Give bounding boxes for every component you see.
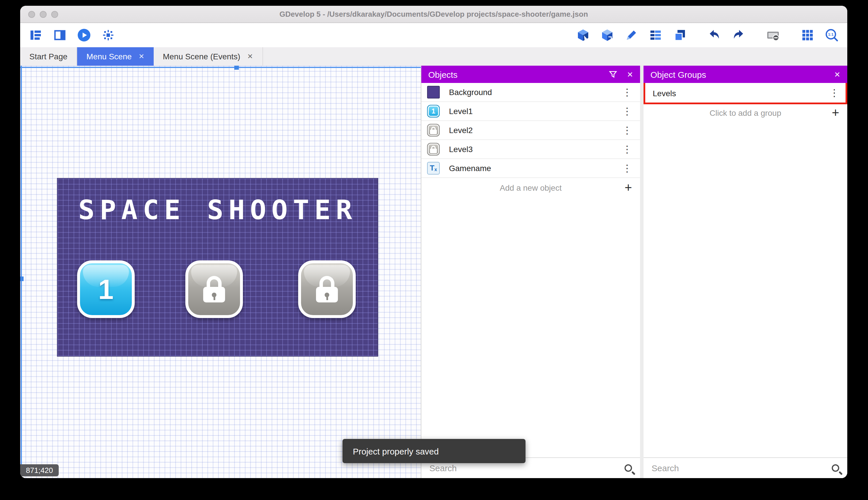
filter-icon[interactable] [608,70,618,79]
close-tab-icon[interactable] [139,53,144,60]
scene-boundary-handle[interactable] [234,66,239,70]
play-preview-icon[interactable] [77,28,92,43]
tab-menu-scene-events[interactable]: Menu Scene (Events) [154,47,263,66]
scene-boundary-left [21,66,22,478]
add-group-label: Click to add a group [709,108,781,117]
tab-menu-scene[interactable]: Menu Scene [77,47,153,66]
object-row-gamename[interactable]: Tx Gamename [421,159,640,178]
layers-icon[interactable] [672,28,687,43]
object-groups-panel: Object Groups Levels Click to add a grou… [644,66,847,478]
object-row-level2[interactable]: Level2 [421,121,640,140]
toolbar-left-group [28,28,116,43]
preview-window-icon[interactable] [52,28,67,43]
row-menu-icon[interactable] [828,87,840,99]
objects-panel-header: Objects [421,66,640,83]
tabbar: Start Page Menu Scene Menu Scene (Events… [20,47,847,66]
gamename-text-instance[interactable]: SPACE SHOOTER [58,196,378,224]
panel-divider [640,66,644,478]
row-menu-icon[interactable] [621,143,633,155]
traffic-lights [28,11,58,18]
row-menu-icon[interactable] [621,105,633,117]
maximize-window-button[interactable] [51,11,58,18]
objects-panel: Objects Background 1 [421,66,640,478]
search-icon [832,464,839,472]
cursor-coordinates-badge: 871;420 [20,464,59,476]
lock-object-icon [427,124,440,137]
edit-object-cube-icon[interactable] [600,28,615,43]
add-object-plus-icon[interactable] [624,181,632,194]
object-row-level3[interactable]: Level3 [421,140,640,159]
add-object-row[interactable]: Add a new object [421,178,640,197]
grid-icon[interactable] [800,28,815,43]
save-toast: Project properly saved [342,439,526,463]
add-group-plus-icon[interactable] [832,106,839,119]
row-menu-icon[interactable] [621,124,633,136]
level3-button-instance[interactable] [298,260,356,318]
objects-list: Background 1 Level1 L [421,83,640,457]
events-sheet-icon[interactable] [648,28,663,43]
tab-label: Menu Scene [86,52,131,61]
text-object-icon: Tx [427,162,440,174]
tab-label: Start Page [30,52,67,61]
background-object-icon [427,86,440,99]
objects-panel-title: Objects [428,69,608,79]
search-icon [624,464,632,472]
app-window: GDevelop 5 - /Users/dkarakay/Documents/G… [20,6,847,478]
svg-text:1:1: 1:1 [828,32,834,37]
object-label: Level3 [449,145,621,154]
group-row-levels[interactable]: Levels [644,83,847,103]
object-row-background[interactable]: Background [421,83,640,102]
undo-icon[interactable] [707,28,722,43]
level2-button-instance[interactable] [185,260,243,318]
level1-object-icon: 1 [427,105,440,117]
lock-icon [316,276,338,303]
toolbar-right-group: 1:1 [576,28,839,43]
scene-editor-canvas[interactable]: SPACE SHOOTER 1 [20,66,421,478]
project-manager-icon[interactable] [28,28,43,43]
object-label: Level2 [449,126,621,135]
scene-boundary-handle[interactable] [20,276,24,281]
object-groups-panel-title: Object Groups [650,69,834,79]
level1-button-instance[interactable]: 1 [77,260,135,318]
window-title: GDevelop 5 - /Users/dkarakay/Documents/G… [280,10,588,19]
object-label: Level1 [449,106,621,116]
pencil-edit-icon[interactable] [624,28,639,43]
object-row-level1[interactable]: 1 Level1 [421,102,640,121]
groups-search-row [644,457,847,478]
window-mask-icon[interactable] [765,28,781,43]
object-label: Gamename [449,163,621,173]
content-area: SPACE SHOOTER 1 [20,66,847,478]
lock-object-icon [427,143,440,156]
lock-icon [203,276,225,303]
object-groups-panel-header: Object Groups [644,66,847,83]
group-label: Levels [653,88,828,98]
titlebar: GDevelop 5 - /Users/dkarakay/Documents/G… [20,6,847,23]
close-panel-icon[interactable] [834,70,840,78]
minimize-window-button[interactable] [40,11,47,18]
scene-boundary-top [20,67,421,68]
tab-start-page[interactable]: Start Page [20,47,77,66]
close-window-button[interactable] [28,11,35,18]
row-menu-icon[interactable] [621,162,633,174]
redo-icon[interactable] [731,28,746,43]
object-label: Background [449,88,621,97]
add-object-label: Add a new object [500,183,562,192]
stage: GDevelop 5 - /Users/dkarakay/Documents/G… [0,0,868,500]
add-group-row[interactable]: Click to add a group [644,103,847,122]
zoom-1-1-icon[interactable]: 1:1 [824,28,839,43]
close-tab-icon[interactable] [247,53,253,60]
toolbar: 1:1 [20,23,847,47]
objects-search-input[interactable] [430,463,619,473]
background-instance[interactable]: SPACE SHOOTER 1 [58,179,378,356]
groups-search-input[interactable] [652,463,826,473]
close-panel-icon[interactable] [627,70,633,78]
tab-label: Menu Scene (Events) [163,52,240,61]
level1-number: 1 [98,273,114,305]
debug-icon[interactable] [101,28,116,43]
row-menu-icon[interactable] [621,86,633,98]
edit-scene-cube-icon[interactable] [576,28,590,43]
groups-list: Levels Click to add a group [644,83,847,457]
